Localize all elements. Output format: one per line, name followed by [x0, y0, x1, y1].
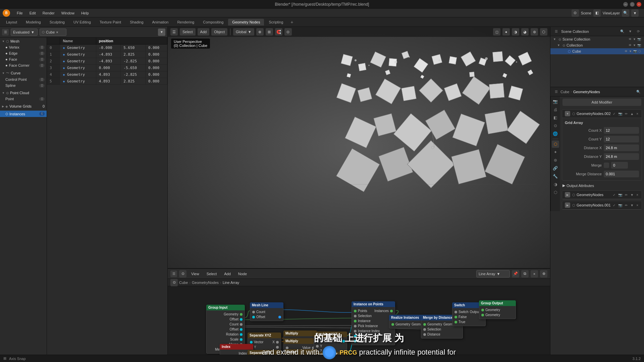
col-position[interactable]: position [96, 38, 167, 45]
add-modifier-button[interactable]: Add Modifier [562, 99, 641, 106]
search-icon[interactable]: 🔍 [622, 9, 629, 17]
object-dropdown[interactable]: ⬡ Cube × [40, 28, 66, 36]
merge-value[interactable]: 0 [611, 162, 628, 169]
menu-help[interactable]: Help [78, 10, 92, 16]
tab-animation[interactable]: Animation [148, 19, 173, 25]
tab-layout[interactable]: Layout [2, 19, 21, 25]
node-overlay-icon[interactable]: ⊛ [540, 270, 547, 278]
node-editor[interactable]: ☰ ⊙ View Select Add Node Line Array ▼ 📌 … [168, 268, 550, 362]
outliner-filter-icon[interactable]: ▼ [627, 28, 633, 35]
breadcrumb-cube[interactable]: Cube [179, 281, 188, 285]
attr-point[interactable]: Point 0 [0, 96, 47, 102]
props-shading-icon[interactable]: ◑ [552, 181, 559, 188]
node-pin-icon[interactable]: 📌 [512, 270, 519, 278]
outliner-search-icon[interactable]: 🔍 [619, 28, 625, 35]
distance-x-value[interactable]: 24.8 m [604, 144, 639, 151]
menu-file[interactable]: File [14, 10, 25, 16]
transform-icon-2[interactable]: ⊞ [266, 28, 273, 36]
maximize-button[interactable]: □ [630, 2, 635, 7]
shading-rendered-icon[interactable]: ◕ [521, 28, 529, 36]
geonodes-rt-icon[interactable]: ✓ [612, 192, 616, 197]
attr-spline[interactable]: Spline 0 [0, 82, 47, 88]
geonodes-001-expand-icon[interactable]: ▼ [630, 203, 634, 208]
cube-geo-icon[interactable]: ⬡ [638, 49, 641, 53]
col-name[interactable]: Name [60, 38, 96, 45]
props-cube-breadcrumb[interactable]: Cube [560, 90, 569, 94]
props-render-icon[interactable]: 📷 [552, 98, 559, 105]
shading-material-icon[interactable]: ◑ [512, 28, 519, 36]
tab-texture-paint[interactable]: Texture Paint [96, 19, 125, 25]
coll-filter-icon[interactable]: ▼ [633, 43, 636, 47]
outliner-cube[interactable]: ⬡ Cube 👁 ▼ 📷 ⬡ [550, 48, 644, 54]
attr-control-point[interactable]: Control Point 0 [0, 76, 47, 82]
count-x-value[interactable]: 12 [604, 127, 639, 134]
attr-instances[interactable]: ◇ Instances 6 [0, 111, 47, 117]
coll-vis-icon[interactable]: 👁 [628, 43, 632, 47]
close-button[interactable]: × [637, 2, 641, 7]
proportional-icon[interactable]: ⊙ [284, 28, 292, 36]
add-button[interactable]: Add [198, 28, 210, 36]
breadcrumb-linearray[interactable]: Line Array [223, 281, 239, 285]
geonodes-001-collapse-icon[interactable]: ▶ [565, 202, 570, 208]
minimize-button[interactable]: ─ [623, 2, 628, 7]
outliner-scene-collection[interactable]: ▼ ⊙ Scene Collection 👁 ▼ 📷 [550, 36, 644, 42]
count-y-value[interactable]: 12 [604, 136, 639, 142]
menu-edit[interactable]: Edit [27, 10, 39, 16]
props-physics-icon[interactable]: ⊛ [552, 157, 559, 164]
mode-dropdown[interactable]: Evaluated ▼ [11, 28, 38, 36]
attr-vertex[interactable]: ●Vertex 0 [0, 44, 47, 50]
geonodes-001-render-icon[interactable]: 📷 [618, 203, 623, 208]
geonodes-close-icon[interactable]: × [636, 192, 639, 197]
tab-compositing[interactable]: Compositing [199, 19, 227, 25]
node-editor-type-dropdown[interactable]: Line Array ▼ [476, 270, 510, 278]
viewport-scene[interactable] [168, 27, 550, 268]
cube-vis-icon[interactable]: 👁 [624, 49, 628, 53]
props-scene-icon[interactable]: ⊙ [552, 122, 559, 129]
geonodes-002-render-icon[interactable]: 📷 [618, 111, 623, 116]
props-data-icon[interactable]: ⬡ [552, 189, 559, 196]
geonodes-002-expand-icon[interactable]: ▲ [630, 111, 634, 116]
node-editor-menu-icon[interactable]: ☰ [170, 270, 177, 277]
mesh-section-header[interactable]: ▼ ⬡ Mesh [0, 38, 47, 44]
geonodes-002-close-icon[interactable]: × [636, 111, 639, 116]
attr-edge[interactable]: ●Edge 0 [0, 50, 47, 56]
tab-modeling[interactable]: Modeling [22, 19, 45, 25]
node-copy-icon[interactable]: ⧉ [521, 270, 529, 278]
geonodes-001-rt-icon[interactable]: ✓ [612, 203, 616, 208]
viewport-menu-icon[interactable]: ☰ [170, 28, 178, 36]
props-modifiers-icon[interactable]: 🔧 [552, 173, 559, 180]
object-button[interactable]: Object [211, 28, 227, 36]
cube-render-icon[interactable]: 📷 [633, 49, 637, 53]
outliner-sync-icon[interactable]: ⟳ [635, 28, 641, 35]
curve-section-header[interactable]: ▼ 〜 Curve [0, 70, 47, 76]
node-add-button[interactable]: Add [221, 271, 233, 277]
node-canvas[interactable]: Group Input Geometry Offset Count [168, 286, 550, 362]
filter-button[interactable]: ▼ [158, 28, 165, 36]
props-search-icon[interactable]: 🔍 [635, 89, 641, 95]
geonodes-002-collapse-icon[interactable]: ▼ [565, 111, 570, 116]
props-constraints-icon[interactable]: 🔗 [552, 165, 559, 172]
transform-icon-1[interactable]: ⊕ [256, 28, 264, 36]
props-geonodes-breadcrumb[interactable]: GeometryNodes [573, 90, 600, 94]
spreadsheet-menu-icon[interactable]: ☰ [2, 29, 9, 36]
tab-geometry-nodes[interactable]: Geometry Nodes [228, 19, 264, 25]
props-view-layer-icon[interactable]: ◧ [552, 114, 559, 121]
node-select-button[interactable]: Select [204, 271, 220, 277]
props-output-icon[interactable]: 🖨 [552, 106, 559, 113]
add-tab-button[interactable]: + [288, 18, 296, 26]
geonodes-collapse-icon[interactable]: ▶ [565, 192, 570, 197]
merge-checkbox[interactable] [604, 163, 609, 168]
group-output-node[interactable]: Group Output Geometry Geometry [479, 300, 516, 319]
tab-shading[interactable]: Shading [126, 19, 147, 25]
transform-dropdown[interactable]: Global ▼ [233, 28, 254, 36]
props-particles-icon[interactable]: ✦ [552, 148, 559, 156]
node-close-icon[interactable]: × [531, 270, 538, 278]
attr-face[interactable]: ●Face 0 [0, 56, 47, 62]
cube-filter-icon[interactable]: ▼ [629, 49, 632, 53]
geonodes-001-close-icon[interactable]: × [636, 203, 639, 208]
tab-sculpting[interactable]: Sculpting [46, 19, 69, 25]
menu-window[interactable]: Window [59, 10, 77, 16]
filter-icon[interactable]: ▼ [631, 9, 639, 17]
breadcrumb-geonodes[interactable]: GeometryNodes [192, 281, 219, 285]
instance-on-points-node[interactable]: Instance on Points Points Instances Sele… [352, 301, 395, 345]
